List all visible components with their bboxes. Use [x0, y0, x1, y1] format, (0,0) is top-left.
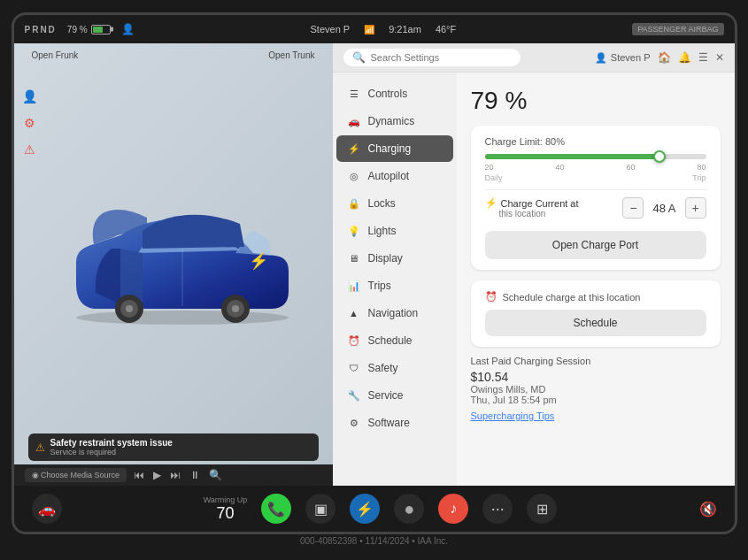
temp-value: 70	[216, 504, 234, 523]
supercharging-tips-link[interactable]: Supercharging Tips	[471, 410, 555, 421]
sidebar-item-schedule[interactable]: ⏰Schedule	[336, 327, 453, 354]
user-profile-area: 👤 Steven P 🏠 🔔 ☰ ✕	[595, 51, 724, 64]
menu-icon[interactable]: ☰	[698, 51, 708, 64]
sidebar-item-software[interactable]: ⚙Software	[336, 410, 453, 436]
settings-content: 79 % Charge Limit: 80% 20 40 60	[457, 73, 735, 486]
safety-icon: 🛡	[347, 363, 361, 373]
charge-current-value: 48 A	[652, 202, 675, 215]
media-source-button[interactable]: ◉ Choose Media Source	[25, 468, 127, 482]
car-svg: ⚡	[58, 178, 306, 328]
sidebar-item-trips[interactable]: 📊Trips	[336, 272, 453, 299]
schedule-label: Schedule	[368, 334, 413, 347]
passenger-airbag: PASSENGER AIRBAG	[632, 23, 723, 35]
media-controls: ⏮ ▶ ⏭ ⏸ 🔍	[134, 469, 222, 481]
prev-track-button[interactable]: ⏮	[134, 469, 144, 481]
car-icon-taskbar[interactable]: 🚗	[32, 494, 62, 524]
schedule-button[interactable]: Schedule	[485, 310, 706, 336]
trips-icon: 📊	[347, 280, 361, 292]
profile-username: Steven P	[611, 52, 651, 63]
more-icon-taskbar[interactable]: ···	[482, 494, 513, 524]
search-input[interactable]	[371, 52, 512, 63]
lights-label: Lights	[368, 225, 397, 237]
search-media-button[interactable]: 🔍	[209, 469, 222, 481]
svg-point-0	[76, 311, 289, 325]
trips-label: Trips	[368, 280, 391, 292]
profile-icons: 🏠 🔔 ☰ ✕	[658, 51, 724, 64]
sidebar-item-locks[interactable]: 🔒Locks	[336, 190, 453, 217]
slider-handle[interactable]	[653, 150, 666, 163]
display-icon: 🖥	[347, 253, 361, 264]
car-image: ⚡	[14, 67, 333, 430]
charge-slider-area[interactable]: 20 40 60 80 Daily Trip	[485, 154, 706, 182]
media-icon-taskbar[interactable]: ▣	[305, 494, 335, 524]
controls-icon: ☰	[347, 88, 361, 100]
person-icon: 👤	[121, 23, 135, 35]
bluetooth-icon-taskbar[interactable]: ⚡	[350, 494, 380, 524]
equalizer-button[interactable]: ⏸	[189, 469, 200, 481]
grid-icon-taskbar[interactable]: ⊞	[527, 494, 557, 524]
service-icon: 🔧	[347, 390, 361, 402]
taskbar-left: 🚗	[32, 494, 62, 524]
music-icon-taskbar[interactable]: ♪	[438, 494, 468, 524]
sidebar-item-dynamics[interactable]: 🚗Dynamics	[336, 108, 453, 134]
right-panel: 🔍 👤 Steven P 🏠 🔔 ☰ ✕	[333, 43, 735, 486]
home-icon[interactable]: 🏠	[658, 51, 671, 64]
charging-icon: ⚡	[347, 143, 361, 155]
profile-user: 👤 Steven P	[595, 52, 651, 64]
search-icon: 🔍	[352, 51, 366, 64]
header-user: Steven P	[311, 24, 351, 35]
sidebar-item-autopilot[interactable]: ◎Autopilot	[336, 163, 453, 189]
search-area[interactable]: 🔍	[343, 49, 521, 66]
play-pause-button[interactable]: ▶	[153, 469, 161, 481]
sidebar-item-lights[interactable]: 💡Lights	[336, 218, 453, 244]
sidebar-item-service[interactable]: 🔧Service	[336, 382, 453, 409]
next-track-button[interactable]: ⏭	[170, 469, 181, 481]
bolt-icon: ⚡	[485, 197, 497, 209]
media-area: ◉ Choose Media Source ⏮ ▶ ⏭ ⏸ 🔍	[14, 464, 333, 486]
open-charge-port-button[interactable]: Open Charge Port	[485, 231, 706, 259]
open-frunk-label[interactable]: Open Frunk	[32, 50, 79, 60]
status-temp: 46°F	[436, 24, 456, 35]
phone-icon-taskbar[interactable]: 📞	[261, 494, 291, 524]
increase-current-button[interactable]: +	[685, 197, 706, 219]
sidebar-item-safety[interactable]: 🛡Safety	[336, 355, 453, 381]
controls-label: Controls	[368, 88, 408, 100]
sidebar-item-navigation[interactable]: ▲Navigation	[336, 300, 453, 326]
search-bar: 🔍 👤 Steven P 🏠 🔔 ☰ ✕	[333, 43, 735, 73]
locks-icon: 🔒	[347, 198, 361, 210]
svg-point-7	[232, 305, 239, 312]
left-panel: Open Frunk Open Trunk 👤 ⚙ ⚠	[14, 43, 333, 486]
settings-sidebar: ☰Controls🚗Dynamics⚡Charging◎Autopilot🔒Lo…	[333, 73, 457, 486]
sidebar-item-charging[interactable]: ⚡Charging	[336, 135, 453, 162]
circle-icon-taskbar[interactable]: ●	[394, 494, 424, 524]
signal-icon: 📶	[364, 25, 374, 35]
bell-icon[interactable]: 🔔	[678, 51, 691, 64]
volume-icon-taskbar[interactable]: 🔇	[699, 501, 717, 518]
sidebar-item-controls[interactable]: ☰Controls	[336, 81, 453, 107]
slider-fill	[485, 154, 660, 159]
warning-title: Safety restraint system issue	[50, 438, 173, 448]
taskbar-center: Warming Up 70 📞 ▣ ⚡ ● ♪ ··· ⊞	[204, 494, 558, 524]
slider-labels: 20 40 60 80	[485, 163, 706, 172]
trunk-labels: Open Frunk Open Trunk	[14, 43, 333, 67]
charge-current-label: ⚡ Charge Current at this location	[485, 197, 579, 219]
sidebar-item-display[interactable]: 🖥Display	[336, 245, 453, 272]
warming-up-label: Warming Up	[204, 495, 248, 504]
battery-icon	[91, 25, 111, 35]
trip-label: Trip	[692, 173, 706, 182]
close-icon[interactable]: ✕	[715, 51, 724, 64]
warning-subtitle: Service is required	[50, 448, 173, 456]
autopilot-icon: ◎	[347, 171, 361, 182]
charging-percent-title: 79 %	[471, 87, 721, 115]
charge-limit-label: Charge Limit: 80%	[485, 136, 706, 147]
status-center: Steven P 📶 9:21am 46°F	[311, 24, 457, 35]
schedule-label: ⏰ Schedule charge at this location	[485, 291, 706, 303]
navigation-label: Navigation	[368, 307, 419, 319]
open-trunk-label[interactable]: Open Trunk	[268, 50, 314, 60]
slider-track	[485, 154, 706, 159]
navigation-icon: ▲	[347, 308, 361, 318]
watermark: 000-40852398 • 11/14/2024 • IAA Inc.	[300, 534, 448, 548]
safety-label: Safety	[368, 362, 398, 374]
charge-limit-card: Charge Limit: 80% 20 40 60 80	[471, 126, 721, 270]
decrease-current-button[interactable]: −	[622, 197, 644, 219]
